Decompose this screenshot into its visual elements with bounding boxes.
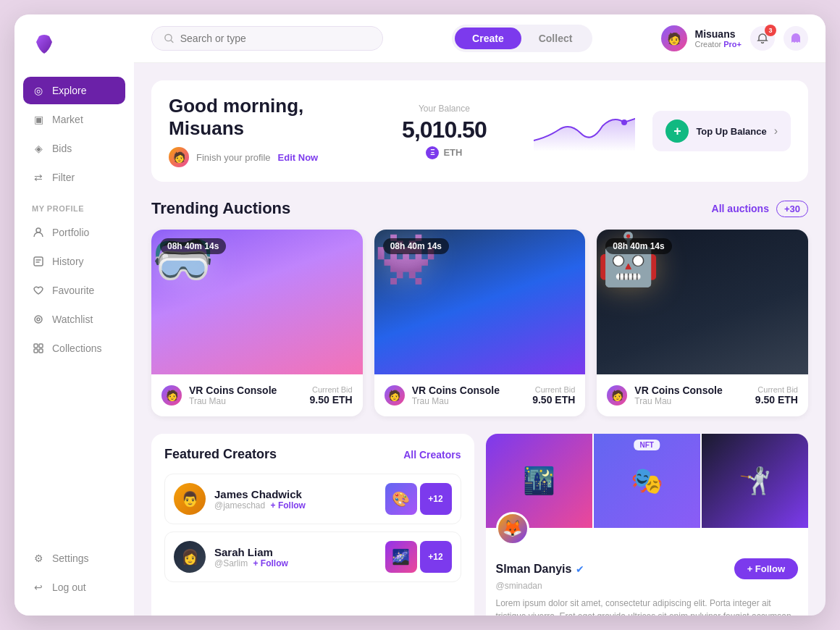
profile-prompt: 🧑 Finish your profile Edit Now xyxy=(169,147,354,167)
edit-now-link[interactable]: Edit Now xyxy=(278,152,319,163)
bottom-row: Featured Creators All Creators 👨 James C… xyxy=(151,434,808,616)
auction-timer-1: 08h 40m 14s xyxy=(160,238,226,254)
search-bar[interactable] xyxy=(151,26,383,51)
auction-info-2: 🧑 VR Coins Console Trau Mau Current Bid … xyxy=(374,374,586,416)
preview-count-sarah: +12 xyxy=(420,541,452,573)
preview-thumb-2: 🌌 xyxy=(385,541,417,573)
plus-icon: + xyxy=(665,119,689,143)
auction-image-3: 🤖 08h 40m 14s xyxy=(597,230,808,374)
balance-section: Your Balance 5,010.50 Ξ ETH xyxy=(371,104,516,159)
auction-bid-3: Current Bid 9.50 ETH xyxy=(755,385,798,406)
preview-thumb-1: 🎨 xyxy=(385,483,417,515)
svg-point-2 xyxy=(35,316,42,323)
follow-button-james[interactable]: + Follow xyxy=(271,500,306,511)
creator-info-sarah: Sarah Liam @Sarlim + Follow xyxy=(214,546,377,568)
all-creators-link[interactable]: All Creators xyxy=(403,449,461,461)
sidebar-item-history[interactable]: History xyxy=(23,248,125,275)
profile-section-label: MY PROFILE xyxy=(14,191,134,219)
featured-creator-info: 🦊 Slman Danyis ✔ + Follow @sminadan Lore… xyxy=(486,528,809,616)
ghost-icon xyxy=(789,32,802,45)
topup-label: Top Up Balance xyxy=(696,126,766,137)
featured-avatar: 🦊 xyxy=(496,512,529,545)
tab-buttons: Create Collect xyxy=(452,25,592,52)
auction-card[interactable]: 👾 08h 40m 14s 🧑 VR Coins Console Trau Ma… xyxy=(374,230,586,416)
user-info: 🧑 Misuans Creator Pro+ xyxy=(661,25,742,51)
search-icon xyxy=(164,33,175,44)
sidebar-item-watchlist[interactable]: Watchlist xyxy=(23,306,125,333)
chevron-right-icon: › xyxy=(774,125,778,138)
sidebar-item-settings[interactable]: ⚙ Settings xyxy=(23,545,125,572)
balance-chart xyxy=(534,108,635,154)
featured-name-row: Slman Danyis ✔ + Follow xyxy=(496,558,799,579)
featured-images: 🌃 🎭 NFT 🤺 xyxy=(486,434,809,528)
svg-rect-4 xyxy=(34,344,38,348)
auction-info-3: 🧑 VR Coins Console Trau Mau Current Bid … xyxy=(597,374,808,416)
auction-meta-3: VR Coins Console Trau Mau xyxy=(634,385,748,406)
sidebar-item-portfolio[interactable]: Portfolio xyxy=(23,219,125,246)
balance-currency: Ξ ETH xyxy=(371,146,516,159)
auction-card[interactable]: 🥽 08h 40m 14s 🧑 VR Coins Console Trau Ma… xyxy=(151,230,363,416)
creator-card-2[interactable]: 👩 Sarah Liam @Sarlim + Follow 🌌 +12 xyxy=(164,532,461,582)
sidebar-logo xyxy=(14,29,134,77)
svg-point-3 xyxy=(37,318,40,321)
featured-creators-section: Featured Creators All Creators 👨 James C… xyxy=(151,434,474,616)
sidebar-item-filter[interactable]: ⇄ Filter xyxy=(23,164,125,191)
trending-section: Trending Auctions All auctions +30 🥽 08h… xyxy=(151,199,808,416)
svg-point-0 xyxy=(36,228,41,232)
user-name: Misuans xyxy=(694,28,742,40)
creator-avatar-1: 🧑 xyxy=(161,385,182,406)
welcome-banner: Good morning, Misuans 🧑 Finish your prof… xyxy=(151,80,808,182)
eth-icon: Ξ xyxy=(426,146,439,159)
creator-avatar-james: 👨 xyxy=(174,483,206,515)
sidebar-item-logout[interactable]: ↩ Log out xyxy=(23,574,125,601)
app-logo-icon xyxy=(29,29,59,59)
topbar-settings-button[interactable] xyxy=(784,26,808,51)
auction-timer-2: 08h 40m 14s xyxy=(383,238,449,254)
follow-button-sarah[interactable]: + Follow xyxy=(253,558,288,568)
balance-label: Your Balance xyxy=(371,104,516,114)
trending-title: Trending Auctions xyxy=(151,199,290,218)
svg-rect-1 xyxy=(34,257,43,266)
topup-button[interactable]: + Top Up Balance › xyxy=(652,111,791,151)
collect-tab[interactable]: Collect xyxy=(521,28,590,49)
auction-bid-2: Current Bid 9.50 ETH xyxy=(532,385,575,406)
welcome-title: Good morning, Misuans xyxy=(169,95,354,140)
profile-avatar: 🧑 xyxy=(169,147,189,167)
create-tab[interactable]: Create xyxy=(455,28,521,49)
svg-rect-6 xyxy=(34,349,38,353)
trending-header: Trending Auctions All auctions +30 xyxy=(151,199,808,218)
topbar-center: Create Collect xyxy=(395,25,650,52)
auction-image-2: 👾 08h 40m 14s xyxy=(374,230,586,374)
explore-icon: ◎ xyxy=(32,84,45,97)
svg-point-9 xyxy=(621,119,627,125)
auctions-grid: 🥽 08h 40m 14s 🧑 VR Coins Console Trau Ma… xyxy=(151,230,808,416)
verified-icon: ✔ xyxy=(576,563,584,575)
auction-card[interactable]: 🤖 08h 40m 14s 🧑 VR Coins Console Trau Ma… xyxy=(597,230,808,416)
auctions-count-badge: +30 xyxy=(776,201,808,217)
watchlist-icon xyxy=(32,313,45,326)
auction-meta-1: VR Coins Console Trau Mau xyxy=(189,385,303,406)
nft-badge: NFT xyxy=(634,440,660,450)
featured-creator-card: 🌃 🎭 NFT 🤺 🦊 Slman Danyis xyxy=(486,434,809,616)
auction-timer-3: 08h 40m 14s xyxy=(605,238,671,254)
content-area: Good morning, Misuans 🧑 Finish your prof… xyxy=(134,63,826,616)
notification-button[interactable]: 3 xyxy=(750,26,775,51)
sidebar: ◎ Explore ▣ Market ◈ Bids ⇄ Filter MY PR… xyxy=(14,14,134,616)
sidebar-item-market[interactable]: ▣ Market xyxy=(23,106,125,133)
creator-card-1[interactable]: 👨 James Chadwick @jameschad + Follow 🎨 +… xyxy=(164,474,461,524)
history-icon xyxy=(32,255,45,268)
sidebar-item-favourite[interactable]: Favourite xyxy=(23,277,125,304)
sidebar-item-collections[interactable]: Collections xyxy=(23,335,125,362)
auction-info-1: 🧑 VR Coins Console Trau Mau Current Bid … xyxy=(151,374,363,416)
creator-previews-sarah: 🌌 +12 xyxy=(385,541,452,573)
notification-badge: 3 xyxy=(765,25,776,36)
all-auctions-link[interactable]: All auctions xyxy=(712,203,769,214)
bids-icon: ◈ xyxy=(32,142,45,155)
featured-follow-button[interactable]: + Follow xyxy=(734,558,798,579)
user-role: Creator Pro+ xyxy=(694,40,742,49)
sidebar-item-bids[interactable]: ◈ Bids xyxy=(23,135,125,162)
search-input[interactable] xyxy=(180,33,371,44)
auction-meta-2: VR Coins Console Trau Mau xyxy=(412,385,526,406)
sidebar-item-explore[interactable]: ◎ Explore xyxy=(23,77,125,104)
svg-rect-5 xyxy=(39,344,43,348)
